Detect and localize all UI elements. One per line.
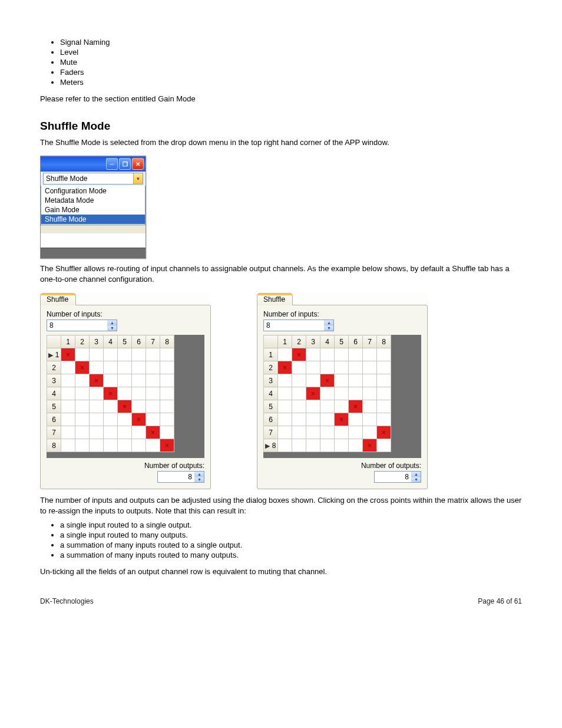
grid-cell[interactable] xyxy=(278,387,292,400)
grid-cell[interactable] xyxy=(349,361,363,374)
chevron-down-icon[interactable]: ▼ xyxy=(412,477,421,483)
mode-option[interactable]: Gain Mode xyxy=(41,205,145,215)
grid-cell[interactable] xyxy=(349,426,363,439)
outputs-stepper[interactable]: 8 ▲▼ xyxy=(157,471,204,483)
grid-cell[interactable] xyxy=(160,361,174,374)
grid-cell[interactable] xyxy=(104,348,118,361)
minimize-button[interactable]: ─ xyxy=(106,158,118,170)
grid-cell[interactable] xyxy=(132,387,146,400)
mode-select[interactable]: Shuffle Mode ▼ xyxy=(43,173,143,185)
grid-cell[interactable] xyxy=(132,361,146,374)
grid-cell[interactable] xyxy=(118,426,132,439)
mode-option[interactable]: Configuration Mode xyxy=(41,186,145,196)
grid-cell[interactable] xyxy=(278,426,292,439)
grid-cell[interactable] xyxy=(278,413,292,426)
grid-cell[interactable] xyxy=(146,439,160,452)
grid-cell[interactable] xyxy=(349,439,363,452)
grid-cell[interactable] xyxy=(377,374,391,387)
grid-cell[interactable]: × xyxy=(335,413,349,426)
grid-cell[interactable] xyxy=(306,400,320,413)
grid-cell[interactable] xyxy=(118,387,132,400)
mode-option[interactable]: Metadata Mode xyxy=(41,196,145,205)
grid-cell[interactable]: × xyxy=(118,400,132,413)
grid-cell[interactable] xyxy=(61,400,75,413)
grid-cell[interactable] xyxy=(90,426,104,439)
grid-cell[interactable] xyxy=(335,361,349,374)
grid-cell[interactable] xyxy=(146,400,160,413)
grid-cell[interactable] xyxy=(278,348,292,361)
grid-cell[interactable] xyxy=(335,374,349,387)
grid-cell[interactable]: × xyxy=(320,374,335,387)
grid-cell[interactable]: × xyxy=(146,426,160,439)
grid-cell[interactable] xyxy=(90,439,104,452)
grid-cell[interactable] xyxy=(61,387,75,400)
grid-cell[interactable] xyxy=(349,387,363,400)
grid-cell[interactable] xyxy=(90,387,104,400)
grid-cell[interactable] xyxy=(363,348,377,361)
grid-cell[interactable]: × xyxy=(90,374,104,387)
grid-cell[interactable] xyxy=(292,439,306,452)
grid-cell[interactable] xyxy=(377,413,391,426)
grid-cell[interactable] xyxy=(320,361,335,374)
grid-cell[interactable] xyxy=(349,348,363,361)
maximize-button[interactable]: ❐ xyxy=(119,158,131,170)
grid-cell[interactable] xyxy=(132,439,146,452)
grid-cell[interactable] xyxy=(292,413,306,426)
inputs-stepper[interactable]: 8 ▲▼ xyxy=(47,319,117,331)
grid-cell[interactable] xyxy=(335,348,349,361)
grid-cell[interactable] xyxy=(75,413,90,426)
grid-cell[interactable] xyxy=(146,413,160,426)
grid-cell[interactable] xyxy=(160,387,174,400)
grid-cell[interactable] xyxy=(306,439,320,452)
grid-cell[interactable] xyxy=(160,426,174,439)
grid-cell[interactable]: × xyxy=(75,361,90,374)
grid-cell[interactable] xyxy=(306,426,320,439)
grid-cell[interactable] xyxy=(61,361,75,374)
grid-cell[interactable] xyxy=(146,374,160,387)
grid-cell[interactable] xyxy=(132,400,146,413)
grid-cell[interactable] xyxy=(377,387,391,400)
grid-cell[interactable] xyxy=(377,439,391,452)
grid-cell[interactable]: × xyxy=(61,348,75,361)
grid-cell[interactable] xyxy=(335,426,349,439)
grid-cell[interactable] xyxy=(363,426,377,439)
grid-cell[interactable] xyxy=(90,413,104,426)
chevron-down-icon[interactable]: ▼ xyxy=(108,326,117,331)
grid-cell[interactable] xyxy=(104,439,118,452)
grid-cell[interactable] xyxy=(349,374,363,387)
chevron-down-icon[interactable]: ▼ xyxy=(195,477,204,483)
mode-dropdown[interactable]: Configuration ModeMetadata ModeGain Mode… xyxy=(41,186,146,225)
grid-cell[interactable] xyxy=(160,374,174,387)
close-button[interactable]: ✕ xyxy=(132,158,144,170)
grid-cell[interactable] xyxy=(292,361,306,374)
grid-cell[interactable] xyxy=(306,374,320,387)
grid-cell[interactable] xyxy=(363,400,377,413)
grid-cell[interactable] xyxy=(278,374,292,387)
grid-cell[interactable] xyxy=(90,348,104,361)
grid-cell[interactable] xyxy=(320,387,335,400)
inputs-stepper[interactable]: 8 ▲▼ xyxy=(263,319,334,331)
grid-cell[interactable] xyxy=(146,387,160,400)
grid-cell[interactable] xyxy=(292,426,306,439)
grid-cell[interactable] xyxy=(132,374,146,387)
grid-cell[interactable]: × xyxy=(104,387,118,400)
grid-cell[interactable]: × xyxy=(306,387,320,400)
grid-cell[interactable] xyxy=(75,439,90,452)
grid-cell[interactable] xyxy=(320,400,335,413)
grid-cell[interactable] xyxy=(132,348,146,361)
grid-cell[interactable] xyxy=(118,439,132,452)
grid-cell[interactable] xyxy=(118,348,132,361)
grid-cell[interactable] xyxy=(61,439,75,452)
grid-cell[interactable]: × xyxy=(363,439,377,452)
grid-cell[interactable] xyxy=(320,348,335,361)
grid-cell[interactable] xyxy=(75,387,90,400)
grid-cell[interactable] xyxy=(146,361,160,374)
outputs-stepper[interactable]: 8 ▲▼ xyxy=(374,471,421,483)
grid-cell[interactable] xyxy=(104,374,118,387)
grid-cell[interactable] xyxy=(292,400,306,413)
grid-cell[interactable] xyxy=(278,400,292,413)
mode-option[interactable]: Shuffle Mode xyxy=(41,215,145,224)
grid-cell[interactable]: × xyxy=(160,439,174,452)
grid-cell[interactable] xyxy=(118,361,132,374)
grid-cell[interactable] xyxy=(160,400,174,413)
